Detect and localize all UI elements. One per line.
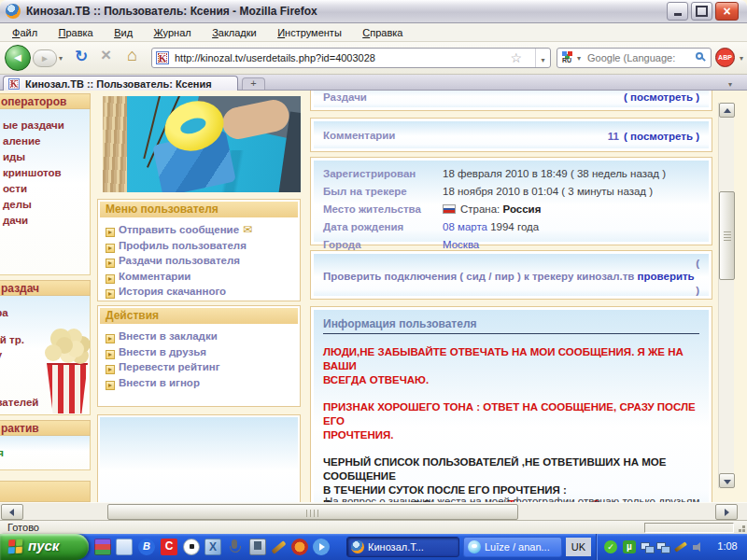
document-icon[interactable]	[116, 539, 133, 555]
menu-download-history[interactable]: История скачанного	[106, 284, 294, 300]
close-button[interactable]: ×	[715, 2, 739, 21]
arrow-bullet-icon	[106, 274, 115, 284]
media-player-icon[interactable]	[313, 539, 330, 555]
back-button[interactable]: ◄	[5, 45, 31, 71]
network-icon[interactable]	[641, 540, 654, 553]
comments-view-link[interactable]: ( посмотреть )	[624, 131, 699, 142]
action-ignore[interactable]: Внести в игнор	[106, 375, 294, 391]
menu-user-profile[interactable]: Профиль пользователя	[106, 238, 294, 254]
search-engine-dropdown-icon[interactable]: ▾	[577, 54, 581, 63]
menu-send-message[interactable]: Отправить сообщение✉	[106, 222, 294, 238]
new-tab-button[interactable]: +	[242, 77, 265, 90]
menu-bookmarks[interactable]: Закладки	[204, 24, 265, 38]
scroll-down-button[interactable]	[719, 473, 735, 488]
action-add-friend[interactable]: Внести в друзья	[106, 344, 294, 360]
taskbar-task-firefox[interactable]: Кинозал.Т...	[346, 537, 459, 557]
resize-grip[interactable]	[742, 529, 745, 532]
address-bar[interactable]: K ☆ ▾	[151, 48, 551, 68]
sidebar-link[interactable]: дня	[0, 445, 4, 461]
torrents-view-link[interactable]: ( посмотреть )	[624, 91, 699, 103]
minimize-button[interactable]	[667, 2, 688, 21]
stop-button[interactable]: ×	[101, 45, 111, 65]
football-tv-icon[interactable]	[183, 539, 200, 555]
vertical-scrollbar[interactable]	[718, 103, 734, 488]
search-engine-icon[interactable]: RU	[561, 51, 574, 64]
menu-user-torrents[interactable]: Раздачи пользователя	[106, 253, 294, 269]
menu-comments[interactable]: Комментарии	[106, 269, 294, 285]
table-row: Место жительства Страна: Россия	[314, 201, 709, 218]
menu-view[interactable]: Вид	[106, 24, 141, 38]
menu-edit[interactable]: Правка	[50, 24, 102, 38]
forward-button[interactable]: ►	[33, 49, 57, 67]
scroll-left-button[interactable]	[1, 504, 23, 520]
sidebar-link[interactable]: дачи	[0, 213, 90, 229]
status-text: Готово	[7, 522, 39, 533]
microphone-icon[interactable]	[226, 539, 243, 555]
vertical-scroll-thumb[interactable]	[719, 191, 735, 280]
start-button[interactable]: пуск	[0, 534, 89, 560]
sidebar-link[interactable]: ачу	[0, 347, 2, 363]
action-bookmark[interactable]: Внести в закладки	[106, 329, 294, 344]
network-icon[interactable]	[656, 540, 669, 553]
adblock-dropdown-icon[interactable]: ▾	[740, 54, 743, 63]
popcorn-bucket	[47, 363, 88, 413]
check-connection-text: Проверить подключения ( сид / пир ) к тр…	[323, 270, 699, 284]
sidebar-section: дня	[0, 436, 91, 470]
birthday-link[interactable]: 08 марта	[443, 221, 487, 232]
download-master-icon[interactable]	[291, 539, 308, 555]
volume-icon[interactable]	[692, 540, 705, 553]
sidebar-link[interactable]: иды	[0, 149, 90, 165]
bookmark-star-icon[interactable]: ☆	[510, 50, 522, 65]
start-label: пуск	[28, 538, 59, 553]
menu-tools[interactable]: Инструменты	[269, 24, 350, 38]
sidebar-link[interactable]: ые раздачи	[0, 118, 90, 133]
scroll-up-button[interactable]	[719, 103, 735, 118]
user-photo	[103, 96, 301, 192]
xchat-icon[interactable]	[204, 539, 221, 555]
restore-button[interactable]	[691, 2, 712, 21]
brush-icon[interactable]	[271, 539, 288, 555]
sidebar-link[interactable]: ный тр.	[0, 332, 24, 348]
taskbar-task-chat[interactable]: Luīze / anan...	[463, 537, 562, 557]
bluetooth-icon[interactable]	[138, 539, 155, 555]
sidebar-link[interactable]: кера	[0, 305, 8, 321]
sidebar-link[interactable]: делы	[0, 197, 90, 213]
search-icon[interactable]	[696, 52, 703, 60]
action-transfer-rating[interactable]: Перевести рейтинг	[106, 359, 294, 375]
sidebar-link[interactable]: аление	[0, 133, 90, 149]
menu-file[interactable]: Файл	[4, 24, 46, 38]
sidebar-link[interactable]: ости	[0, 181, 90, 197]
phone-icon[interactable]	[249, 539, 266, 555]
horizontal-scroll-thumb[interactable]	[107, 504, 518, 520]
adblock-icon[interactable]: ABP	[715, 48, 735, 67]
home-button[interactable]: ⌂	[127, 46, 137, 65]
tab-kinozal[interactable]: K Кинозал.ТВ :: Пользователь: Ксения	[3, 76, 238, 91]
menu-bar: Файл Правка Вид Журнал Закладки Инструме…	[0, 23, 747, 42]
sidebar-link[interactable]: зователей	[0, 395, 38, 411]
sidebar-link[interactable]: криншотов	[0, 165, 90, 181]
search-input[interactable]	[587, 50, 690, 65]
menu-history[interactable]: Журнал	[146, 24, 200, 38]
sidebar-section-header	[0, 481, 91, 502]
refresh-button[interactable]: ↻	[75, 47, 88, 66]
list-tabs-dropdown-icon[interactable]: ▾	[721, 77, 740, 89]
arrow-bullet-icon	[106, 381, 115, 390]
taskbar: пуск Кинозал.Т... Luīze / anan... UK 1:0…	[0, 534, 747, 560]
winrar-icon[interactable]	[94, 539, 111, 555]
history-dropdown-icon[interactable]: ▾	[59, 54, 63, 63]
urlbar-dropdown-icon[interactable]: ▾	[535, 49, 550, 67]
pencil-icon[interactable]	[674, 540, 687, 553]
search-bar[interactable]: RU ▾	[557, 48, 712, 68]
scroll-right-button[interactable]	[715, 504, 738, 520]
skype-status-icon[interactable]	[604, 540, 617, 553]
language-indicator[interactable]: UK	[566, 538, 591, 556]
menu-help[interactable]: Справка	[354, 24, 411, 38]
comodo-icon[interactable]	[161, 539, 177, 555]
url-input[interactable]	[175, 50, 501, 65]
adblock-button[interactable]: ABP ▾	[715, 48, 743, 68]
thumb-grip	[306, 510, 321, 517]
horizontal-scrollbar[interactable]	[0, 502, 747, 520]
utorrent-icon[interactable]	[623, 540, 636, 553]
check-link[interactable]: проверить	[638, 271, 695, 282]
city-link[interactable]: Москва	[443, 239, 479, 250]
